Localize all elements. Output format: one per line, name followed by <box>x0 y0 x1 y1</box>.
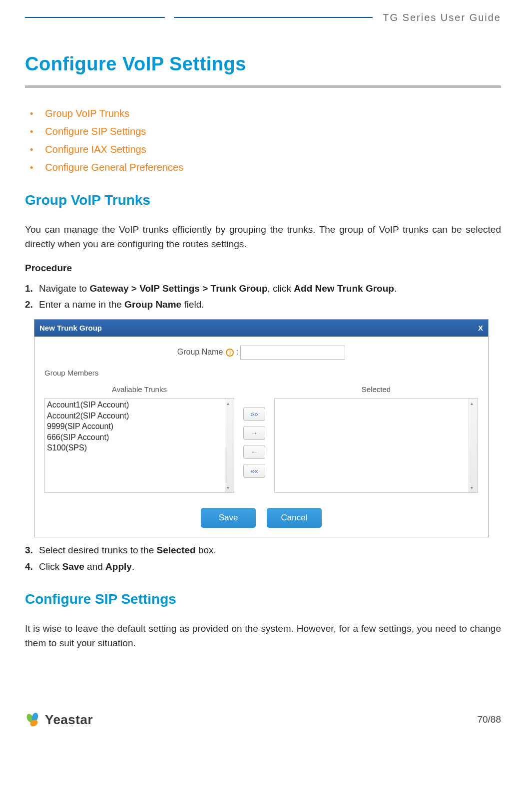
step-3: Select desired trunks to the Selected bo… <box>25 543 501 558</box>
step4-mid: and <box>84 561 105 572</box>
available-header: Avaliable Trunks <box>44 384 234 396</box>
available-item-0[interactable]: Account1(SIP Account) <box>47 400 232 410</box>
step2-post: field. <box>181 299 204 310</box>
available-item-1[interactable]: Account2(SIP Account) <box>47 410 232 421</box>
move-right-button[interactable]: → <box>243 426 265 440</box>
doc-header-title: TG Series User Guide <box>373 10 501 25</box>
available-items: Account1(SIP Account) Account2(SIP Accou… <box>45 399 234 454</box>
selected-header: Selected <box>274 384 478 396</box>
toc-list: Group VoIP Trunks Configure SIP Settings… <box>30 106 501 175</box>
selected-listbox[interactable] <box>274 398 478 493</box>
mid-spacer <box>234 384 274 396</box>
toc-link-configure-sip-settings[interactable]: Configure SIP Settings <box>30 124 501 139</box>
logo-icon <box>25 712 41 728</box>
step2-bold: Group Name <box>124 299 181 310</box>
new-trunk-group-dialog: New Trunk Group X Group Name i : Group M… <box>34 319 489 538</box>
dialog-footer: Save Cancel <box>34 498 488 537</box>
brand-logo: Yeastar <box>25 710 93 730</box>
available-item-3[interactable]: 666(SIP Account) <box>47 432 232 443</box>
transfer-widget: Account1(SIP Account) Account2(SIP Accou… <box>44 398 478 493</box>
step2-pre: Enter a name in the <box>39 299 124 310</box>
info-icon[interactable]: i <box>226 349 234 357</box>
group-name-row: Group Name i : <box>44 346 478 360</box>
step4-post: . <box>132 561 134 572</box>
dialog-body: Group Name i : Group Members Avaliable T… <box>34 337 488 498</box>
transfer-buttons: »» → ← «« <box>234 398 274 478</box>
procedure-label: Procedure <box>25 261 501 276</box>
section2-intro: It is wise to leave the default setting … <box>25 622 501 650</box>
procedure-steps-bottom: Select desired trunks to the Selected bo… <box>25 543 501 574</box>
step1-mid: , click <box>268 283 294 294</box>
step3-pre: Select desired trunks to the <box>39 545 157 555</box>
step1-bold2: Add New Trunk Group <box>294 283 394 294</box>
page-footer: Yeastar 70/88 <box>25 710 501 730</box>
step1-pre: Navigate to <box>39 283 89 294</box>
group-name-label: Group Name <box>177 348 223 356</box>
step1-bold1: Gateway > VoIP Settings > Trunk Group <box>89 283 267 294</box>
header-line-right <box>174 17 373 18</box>
available-scrollbar[interactable] <box>225 399 234 492</box>
page-title: Configure VoIP Settings <box>25 50 501 78</box>
selected-scrollbar[interactable] <box>469 399 478 492</box>
step3-bold: Selected <box>157 545 196 555</box>
move-all-right-button[interactable]: »» <box>243 407 265 421</box>
section-heading-configure-sip-settings: Configure SIP Settings <box>25 589 501 610</box>
step-1: Navigate to Gateway > VoIP Settings > Tr… <box>25 282 501 296</box>
section1-intro: You can manage the VoIP trunks efficient… <box>25 223 501 251</box>
title-underline <box>25 85 501 88</box>
toc-link-configure-iax-settings[interactable]: Configure IAX Settings <box>30 142 501 157</box>
available-item-4[interactable]: S100(SPS) <box>47 442 232 453</box>
move-left-button[interactable]: ← <box>243 445 265 459</box>
group-members-label: Group Members <box>44 368 478 379</box>
step4-bold2: Apply <box>105 561 132 572</box>
dialog-titlebar: New Trunk Group X <box>34 320 488 337</box>
group-name-colon: : <box>236 348 238 356</box>
step-4: Click Save and Apply. <box>25 560 501 574</box>
available-item-2[interactable]: 9999(SIP Account) <box>47 421 232 432</box>
available-listbox[interactable]: Account1(SIP Account) Account2(SIP Accou… <box>44 398 234 493</box>
dialog-title-text: New Trunk Group <box>39 323 102 334</box>
header-line-left <box>25 17 165 18</box>
save-button[interactable]: Save <box>201 508 256 528</box>
step4-pre: Click <box>39 561 62 572</box>
selected-items <box>275 399 478 401</box>
header-rule: TG Series User Guide <box>25 10 501 25</box>
group-name-input[interactable] <box>240 346 345 360</box>
procedure-steps-top: Navigate to Gateway > VoIP Settings > Tr… <box>25 282 501 312</box>
cancel-button[interactable]: Cancel <box>267 508 322 528</box>
move-all-left-button[interactable]: «« <box>243 464 265 478</box>
toc-link-group-voip-trunks[interactable]: Group VoIP Trunks <box>30 106 501 121</box>
step1-post: . <box>394 283 397 294</box>
page-number: 70/88 <box>477 713 501 727</box>
section-heading-group-voip-trunks: Group VoIP Trunks <box>25 190 501 211</box>
toc-link-configure-general-preferences[interactable]: Configure General Preferences <box>30 160 501 175</box>
step4-bold1: Save <box>62 561 84 572</box>
step3-post: box. <box>196 545 216 555</box>
dialog-close-button[interactable]: X <box>478 323 483 334</box>
brand-name: Yeastar <box>45 710 93 730</box>
transfer-headers: Avaliable Trunks Selected <box>44 384 478 396</box>
step-2: Enter a name in the Group Name field. <box>25 298 501 312</box>
